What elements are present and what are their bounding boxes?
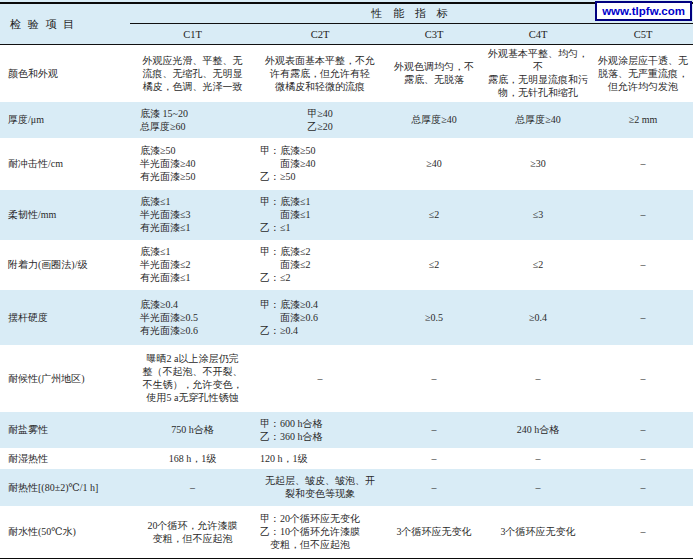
row-item-label: 耐水性(50℃水) <box>0 506 130 558</box>
cell-c2t: 甲：底漆≤1 面漆≤1 乙：≤1 <box>255 190 385 240</box>
cell-c5t: – <box>593 412 693 448</box>
cell-c3t: ≤2 <box>385 240 483 290</box>
cell-c3t: – <box>385 469 483 506</box>
cell-c3t: ≤2 <box>385 190 483 240</box>
row-item-label: 颜色和外观 <box>0 45 130 102</box>
cell-c4t: ≥30 <box>483 138 593 190</box>
cell-c2t: – <box>255 345 385 412</box>
cell-c2t: 甲：20个循环应无变化 乙：10个循环允许漆膜 变粗，但不应起泡 <box>255 506 385 558</box>
cell-c3t: 3个循环应无变化 <box>385 506 483 558</box>
row-item-label: 摆杆硬度 <box>0 290 130 345</box>
row-item-label: 耐冲击性/cm <box>0 138 130 190</box>
cell-c4t: 240 h合格 <box>483 412 593 448</box>
cell-c2t: 外观表面基本平整，不允 许有露底，但允许有轻 微橘皮和轻微的流痕 <box>255 45 385 102</box>
header-inspection-item: 检 验 项 目 <box>0 4 130 45</box>
cell-c3t: – <box>385 412 483 448</box>
row-item-label: 柔韧性/mm <box>0 190 130 240</box>
cell-c1t: 750 h合格 <box>130 412 255 448</box>
row-item-label: 耐湿热性 <box>0 448 130 469</box>
cell-c4t: 外观基本平整、均匀，不 露底，无明显流痕和污 物，无针孔和缩孔 <box>483 45 593 102</box>
cell-c2t: 甲：底漆≤2 面漆≤2 乙：≤2 <box>255 240 385 290</box>
cell-c1t: 曝晒2 a以上涂层仍完 整（不起泡、不开裂、 不生锈），允许变色， 使用5 a无… <box>130 345 255 412</box>
spec-table-page: 检 验 项 目 性 能 指 标 C1T C2T C3T C4T C5T 颜色和外… <box>0 0 693 559</box>
cell-c3t: – <box>385 448 483 469</box>
row-item-label: 厚度/μm <box>0 102 130 138</box>
cell-c3t: 总厚度≥40 <box>385 102 483 138</box>
header-col-c2t: C2T <box>255 24 385 45</box>
cell-c5t: – <box>593 506 693 558</box>
cell-c5t: – <box>593 240 693 290</box>
table-row-color-appearance: 颜色和外观 外观应光滑、平整、无 流痕、无缩孔、无明显 橘皮，色调、光泽一致 外… <box>0 45 693 102</box>
cell-c1t: 20个循环，允许漆膜 变粗，但不应起泡 <box>130 506 255 558</box>
cell-c4t: ≤3 <box>483 190 593 240</box>
header-col-c1t: C1T <box>130 24 255 45</box>
cell-c4t: – <box>483 345 593 412</box>
cell-c5t: – <box>593 469 693 506</box>
cell-c2t: 无起层、皱皮、皱泡、开 裂和变色等现象 <box>255 469 385 506</box>
cell-c1t: 底漆 15~20 总厚度≥60 <box>130 102 255 138</box>
cell-c2t: 甲≥40 乙≥20 <box>255 102 385 138</box>
cell-c4t: – <box>483 448 593 469</box>
cell-c1t: 底漆≤1 半光面漆≤2 有光面漆≤1 <box>130 240 255 290</box>
cell-c4t: 3个循环应无变化 <box>483 506 593 558</box>
table-header: 检 验 项 目 性 能 指 标 C1T C2T C3T C4T C5T <box>0 4 693 45</box>
header-col-c5t: C5T <box>593 24 693 45</box>
table-row-thickness: 厚度/μm 底漆 15~20 总厚度≥60 甲≥40 乙≥20 总厚度≥40 总… <box>0 102 693 138</box>
cell-c5t: – <box>593 138 693 190</box>
watermark-link[interactable]: www.tlpfw.com <box>595 1 692 21</box>
table-row-flexibility: 柔韧性/mm 底漆≤1 半光面漆≤3 有光面漆≤1 甲：底漆≤1 面漆≤1 乙：… <box>0 190 693 240</box>
cell-c2t: 甲：600 h合格 乙：360 h合格 <box>255 412 385 448</box>
cell-c5t: 外观涂层应干透、无 脱落、无严重流痕， 但允许均匀发泡 <box>593 45 693 102</box>
cell-c1t: 168 h，1级 <box>130 448 255 469</box>
performance-spec-table: 检 验 项 目 性 能 指 标 C1T C2T C3T C4T C5T 颜色和外… <box>0 4 693 558</box>
cell-c4t: 总厚度≥40 <box>483 102 593 138</box>
cell-c5t: – <box>593 190 693 240</box>
cell-c4t: – <box>483 469 593 506</box>
cell-c3t: ≥40 <box>385 138 483 190</box>
cell-c5t: – <box>593 290 693 345</box>
header-col-c4t: C4T <box>483 24 593 45</box>
cell-c2t: 甲：底漆≥50 面漆≥40 乙：≥50 <box>255 138 385 190</box>
cell-c5t: – <box>593 448 693 469</box>
cell-c2t: 甲：底漆≥0.4 面漆≥0.6 乙：≥0.4 <box>255 290 385 345</box>
cell-c3t: 外观色调均匀，不 露底、无脱落 <box>385 45 483 102</box>
table-row-impact-resistance: 耐冲击性/cm 底漆≥50 半光面漆≥40 有光面漆≥50 甲：底漆≥50 面漆… <box>0 138 693 190</box>
cell-c5t: – <box>593 345 693 412</box>
header-col-c3t: C3T <box>385 24 483 45</box>
cell-c1t: 底漆≤1 半光面漆≤3 有光面漆≤1 <box>130 190 255 240</box>
cell-c3t: ≥0.5 <box>385 290 483 345</box>
table-row-pendulum-hardness: 摆杆硬度 底漆≥0.4 半光面漆≥0.5 有光面漆≥0.6 甲：底漆≥0.4 面… <box>0 290 693 345</box>
cell-c4t: ≥0.4 <box>483 290 593 345</box>
cell-c1t: 底漆≥0.4 半光面漆≥0.5 有光面漆≥0.6 <box>130 290 255 345</box>
table-row-damp-heat: 耐湿热性 168 h，1级 120 h，1级 – – – <box>0 448 693 469</box>
table-row-water-resistance: 耐水性(50℃水) 20个循环，允许漆膜 变粗，但不应起泡 甲：20个循环应无变… <box>0 506 693 558</box>
row-item-label: 耐热性[(80±2)℃/1 h] <box>0 469 130 506</box>
cell-c1t: 底漆≥50 半光面漆≥40 有光面漆≥50 <box>130 138 255 190</box>
table-row-adhesion: 附着力(画圈法)/级 底漆≤1 半光面漆≤2 有光面漆≤1 甲：底漆≤2 面漆≤… <box>0 240 693 290</box>
table-row-salt-spray: 耐盐雾性 750 h合格 甲：600 h合格 乙：360 h合格 – 240 h… <box>0 412 693 448</box>
cell-text: 甲≥40 乙≥20 <box>307 107 333 133</box>
row-item-label: 耐盐雾性 <box>0 412 130 448</box>
cell-c1t: 外观应光滑、平整、无 流痕、无缩孔、无明显 橘皮，色调、光泽一致 <box>130 45 255 102</box>
table-row-weather-resistance: 耐候性(广州地区) 曝晒2 a以上涂层仍完 整（不起泡、不开裂、 不生锈），允许… <box>0 345 693 412</box>
cell-c1t: – <box>130 469 255 506</box>
cell-c2t: 120 h，1级 <box>255 448 385 469</box>
row-item-label: 耐候性(广州地区) <box>0 345 130 412</box>
row-item-label: 附着力(画圈法)/级 <box>0 240 130 290</box>
cell-c4t: ≤2 <box>483 240 593 290</box>
cell-c3t: – <box>385 345 483 412</box>
table-row-heat-resistance: 耐热性[(80±2)℃/1 h] – 无起层、皱皮、皱泡、开 裂和变色等现象 –… <box>0 469 693 506</box>
cell-c5t: ≥2 mm <box>593 102 693 138</box>
